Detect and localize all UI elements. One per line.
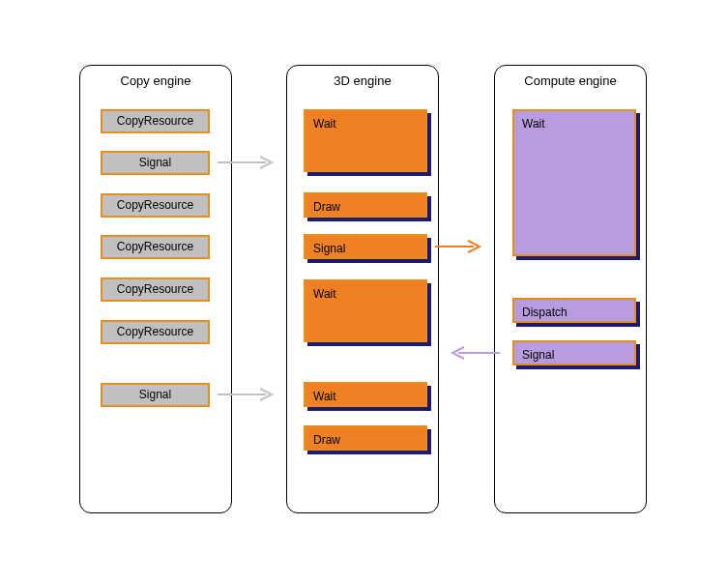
compute-block-dispatch: Dispatch <box>512 298 636 323</box>
copy-block-4: CopyResource <box>101 277 210 302</box>
engine-3d-title: 3D engine <box>287 66 438 102</box>
copy-block-0: CopyResource <box>101 109 210 133</box>
copy-block-5: CopyResource <box>101 320 210 344</box>
d3-block-draw-1-label: Draw <box>304 192 427 218</box>
d3-block-wait-3-label: Wait <box>304 382 427 407</box>
arrow-compute-signal-to-3d <box>447 345 505 364</box>
arrow-copy-signal2-to-3d <box>218 387 285 406</box>
d3-block-signal-label: Signal <box>304 234 427 259</box>
copy-block-6: Signal <box>101 383 210 407</box>
copy-block-3: CopyResource <box>101 235 210 259</box>
compute-block-dispatch-label: Dispatch <box>512 298 636 323</box>
d3-block-wait-1-label: Wait <box>304 109 427 172</box>
arrow-copy-signal1-to-3d <box>218 155 285 174</box>
d3-block-wait-2-label: Wait <box>304 279 427 342</box>
d3-block-wait-3: Wait <box>304 382 427 407</box>
d3-block-signal: Signal <box>304 234 427 259</box>
compute-block-wait-label: Wait <box>512 109 636 256</box>
arrow-3d-signal-to-compute <box>435 239 488 258</box>
d3-block-wait-1: Wait <box>304 109 427 172</box>
compute-block-signal-label: Signal <box>512 340 636 365</box>
copy-block-1: Signal <box>101 151 210 175</box>
copy-block-2: CopyResource <box>101 193 210 218</box>
d3-block-draw-2-label: Draw <box>304 425 427 451</box>
compute-block-wait: Wait <box>512 109 636 256</box>
engine-compute-title: Compute engine <box>495 66 646 102</box>
engine-copy-title: Copy engine <box>80 66 231 102</box>
d3-block-draw-2: Draw <box>304 425 427 451</box>
compute-block-signal: Signal <box>512 340 636 365</box>
d3-block-draw-1: Draw <box>304 192 427 218</box>
d3-block-wait-2: Wait <box>304 279 427 342</box>
